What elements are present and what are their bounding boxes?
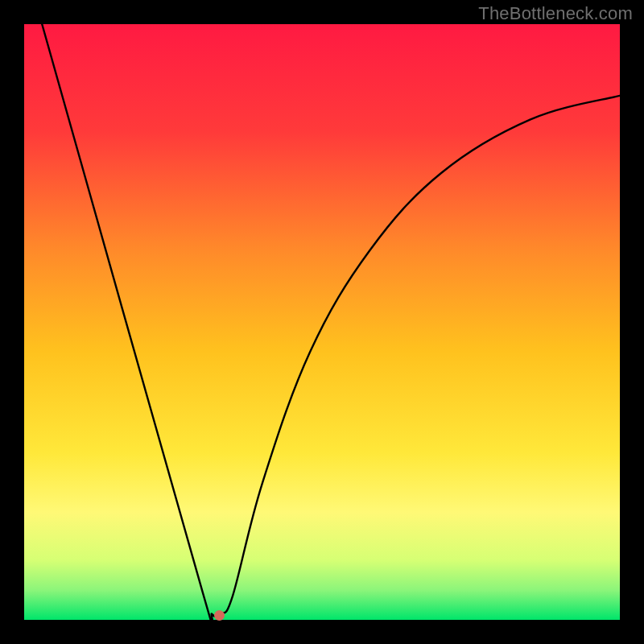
svg-rect-0 bbox=[24, 24, 620, 620]
watermark-text: TheBottleneck.com bbox=[478, 3, 633, 24]
plot-background bbox=[24, 24, 620, 620]
chart-stage: TheBottleneck.com bbox=[0, 0, 644, 644]
